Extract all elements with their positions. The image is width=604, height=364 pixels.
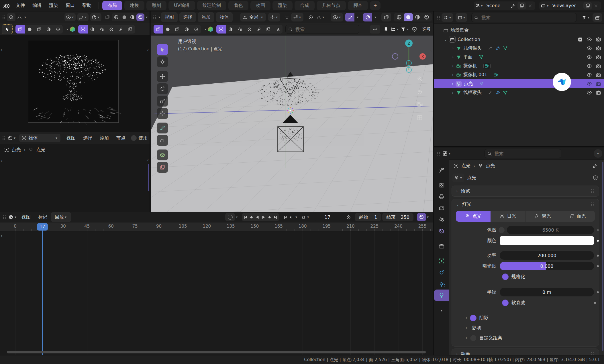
tool-add-primitive[interactable]: [157, 149, 168, 160]
outliner-row-camera-001[interactable]: › 摄像机.001: [434, 70, 604, 79]
tab-tool[interactable]: [434, 165, 449, 176]
panel-grip-icon[interactable]: [591, 352, 594, 355]
row-label[interactable]: 摄像机: [463, 63, 477, 69]
outliner-filter-dropdown[interactable]: ▾: [581, 13, 591, 22]
shader-type-dropdown[interactable]: 物体 ▾: [19, 134, 60, 142]
render-camera-icon[interactable]: [596, 72, 601, 78]
breadcrumb-object[interactable]: 点光: [12, 147, 21, 153]
chevron-down-icon[interactable]: ▾: [306, 215, 310, 219]
breadcrumb-data[interactable]: 点光: [486, 163, 495, 169]
frame-step-forward-button[interactable]: [289, 215, 294, 220]
hide-eye-icon[interactable]: [587, 63, 592, 69]
render-camera-icon[interactable]: [596, 54, 601, 60]
strip-world-icon[interactable]: [107, 25, 116, 34]
light-type-area[interactable]: 面光: [560, 211, 595, 222]
new-viewlayer-button[interactable]: [583, 2, 592, 9]
shader-scrollbar[interactable]: [148, 164, 149, 191]
menu-window[interactable]: 窗口: [62, 2, 79, 9]
strip-brush-icon[interactable]: [254, 25, 264, 34]
channel-expand-arrow[interactable]: ›: [1, 233, 3, 239]
normalize-checkbox[interactable]: [502, 274, 509, 280]
animate-dot[interactable]: [597, 240, 599, 242]
tab-overflow-chevron[interactable]: ▾: [440, 308, 443, 312]
render-camera-icon[interactable]: [596, 46, 601, 51]
tab-animation[interactable]: 动画: [250, 1, 270, 10]
pivot-point-dropdown[interactable]: ▾: [268, 13, 280, 21]
custom-distance-checkbox[interactable]: [470, 335, 476, 341]
outliner-row-wire-monkey[interactable]: › 线框猴头: [434, 88, 604, 97]
shadow-subpanel[interactable]: › 阴影: [452, 313, 599, 322]
tab-modeling[interactable]: 建模: [124, 1, 144, 10]
drag-grip-icon[interactable]: [153, 15, 156, 19]
animate-dot[interactable]: [597, 291, 599, 293]
jump-to-start-button[interactable]: [243, 215, 248, 220]
falloff-shape-icon[interactable]: [69, 26, 76, 33]
proportional-editing-toggle[interactable]: [306, 13, 315, 21]
shading-wireframe-button[interactable]: [112, 13, 120, 21]
tab-shading[interactable]: 着色: [228, 1, 248, 10]
menu-help[interactable]: 帮助: [79, 2, 95, 9]
tool-search-input[interactable]: [295, 26, 357, 32]
tab-collection[interactable]: [434, 240, 449, 252]
outliner-search-input[interactable]: [481, 15, 574, 21]
tool-search-input-wrap[interactable]: [285, 25, 359, 34]
animate-dot[interactable]: [597, 255, 599, 257]
soft-falloff-checkbox[interactable]: [502, 300, 509, 306]
mesh-data-icon[interactable]: [503, 90, 508, 95]
xray-toggle[interactable]: [381, 13, 391, 21]
preview-panel[interactable]: › 预览: [452, 186, 599, 197]
light-datablock-dropdown[interactable]: ▾: [452, 174, 464, 182]
panel-grip-icon[interactable]: [591, 202, 594, 206]
color-swatch[interactable]: [500, 236, 594, 245]
autokey-toggle[interactable]: [225, 213, 235, 221]
animation-icon[interactable]: [488, 46, 493, 51]
timeline-canvas[interactable]: [0, 231, 434, 355]
xray-toggle[interactable]: [103, 13, 112, 21]
custom-distance-subpanel[interactable]: › 自定义距离: [452, 333, 599, 343]
strip-select-icon[interactable]: [216, 25, 226, 34]
playhead-badge[interactable]: 17: [37, 223, 48, 231]
outliner-row-scene-collection[interactable]: 场景集合: [434, 26, 604, 35]
animate-dot[interactable]: [597, 229, 599, 231]
protect-shield-button[interactable]: [410, 25, 419, 34]
snap-toggle[interactable]: [283, 13, 291, 21]
light-type-spot[interactable]: 聚光: [525, 211, 560, 222]
strip-squiggle-icon[interactable]: [273, 25, 283, 34]
shader-menu-view[interactable]: 视图: [63, 134, 79, 142]
strip-paint-icon[interactable]: [235, 25, 245, 34]
drag-grip-icon[interactable]: [3, 136, 5, 140]
mesh-data-icon[interactable]: [503, 46, 508, 51]
tab-world[interactable]: [434, 225, 449, 237]
tool-move[interactable]: [157, 71, 168, 82]
play-button[interactable]: [261, 215, 266, 220]
sidebar-expand-arrow[interactable]: ‹: [147, 48, 149, 53]
outliner-viewlayer-dropdown[interactable]: ▾: [456, 13, 467, 22]
row-label[interactable]: 摄像机.001: [463, 72, 487, 78]
properties-options-button[interactable]: ▾: [594, 149, 602, 158]
hide-eye-icon[interactable]: [587, 81, 592, 86]
chevron-right-icon[interactable]: ›: [451, 46, 454, 50]
transform-orientation-dropdown[interactable]: 全局 ▾: [240, 13, 266, 21]
falloff-dropdown[interactable]: ▾: [315, 13, 326, 21]
tab-constraints[interactable]: [434, 267, 449, 278]
current-frame-field[interactable]: 17: [314, 213, 341, 221]
outliner-search-wrap[interactable]: [471, 13, 577, 22]
panel-grip-icon[interactable]: [591, 189, 594, 193]
strip-select-icon[interactable]: [78, 25, 88, 34]
pin-icon[interactable]: [510, 3, 515, 8]
tab-texture-paint[interactable]: 纹理绘制: [197, 1, 226, 10]
row-label[interactable]: 点光: [464, 81, 473, 87]
temperature-field[interactable]: 6500 K: [507, 226, 594, 234]
drag-grip-icon[interactable]: [3, 215, 6, 219]
viewport-menu-view[interactable]: 视图: [161, 12, 178, 22]
drag-grip-icon[interactable]: [437, 152, 440, 156]
active-camera-badge[interactable]: [483, 63, 491, 69]
shading-wireframe-button[interactable]: [395, 13, 404, 21]
chevron-down-icon[interactable]: ▾: [426, 215, 430, 219]
light-type-point[interactable]: 点光: [456, 211, 491, 222]
light-type-sun[interactable]: 日光: [491, 211, 525, 222]
select-mode-invert-button[interactable]: [44, 25, 53, 34]
shading-rendered-button[interactable]: [422, 13, 431, 21]
use-nodes-toggle[interactable]: [131, 135, 137, 141]
strip-copy-icon[interactable]: [264, 25, 273, 34]
